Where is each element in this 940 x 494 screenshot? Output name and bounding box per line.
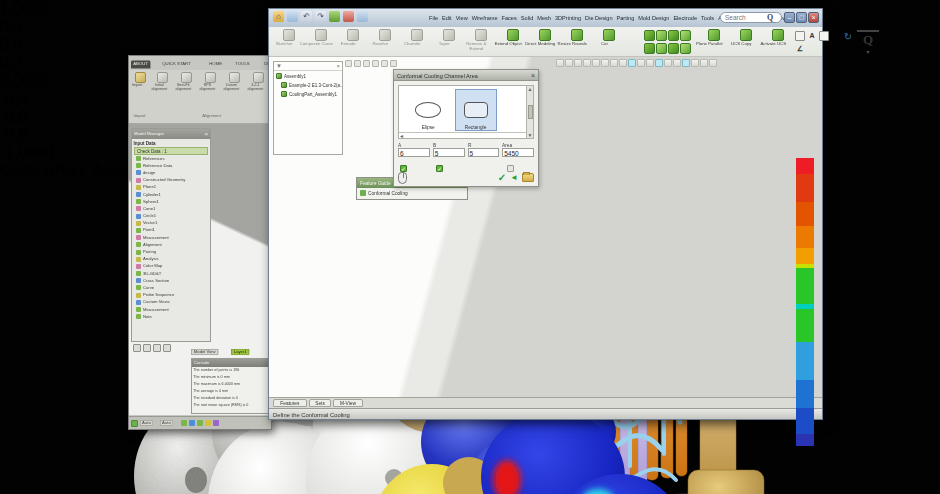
status-tool-icon[interactable] — [213, 420, 219, 426]
mini-tool-icon[interactable] — [390, 60, 397, 67]
model-tree-item[interactable]: Cross Section — [132, 277, 210, 284]
mini-tool-icon[interactable] — [691, 59, 699, 67]
mini-tool-icon[interactable] — [565, 59, 573, 67]
model-tree-item[interactable]: Pairing — [132, 248, 210, 255]
ok-button[interactable]: ✓ — [498, 172, 506, 183]
scroll-thumb[interactable] — [528, 105, 533, 119]
view-tool-icon[interactable] — [153, 344, 161, 352]
model-tree-item[interactable]: Measurement — [132, 306, 210, 313]
mini-tool-icon[interactable] — [372, 60, 379, 67]
model-tree-item[interactable]: Plane1 — [132, 184, 210, 191]
mini-tool-icon[interactable] — [574, 59, 582, 67]
save-icon[interactable] — [287, 11, 298, 22]
apply-arrow-button[interactable]: ◄ — [510, 173, 518, 182]
search-icon[interactable]: Q — [767, 14, 773, 22]
scroll-left-icon[interactable]: ◄ — [399, 133, 404, 139]
document-tab[interactable]: Features — [273, 399, 307, 407]
datum-tool-icon[interactable] — [819, 31, 829, 41]
minimize-button[interactable]: – — [784, 12, 795, 23]
close-icon[interactable]: × — [336, 63, 340, 69]
view-tool-icon[interactable] — [143, 344, 151, 352]
mini-tool-icon[interactable] — [363, 60, 370, 67]
document-tab[interactable]: Sets — [309, 399, 331, 407]
redo-icon[interactable]: ↷ — [315, 11, 326, 22]
feature-guide-entry[interactable]: Conformal Cooling — [357, 188, 467, 198]
check-data-item[interactable]: Check Data : 1 — [134, 147, 208, 155]
model-tree-item[interactable]: Circle1 — [132, 213, 210, 220]
model-tree-item[interactable]: Color Map — [132, 263, 210, 270]
menu-item[interactable]: Edit — [442, 15, 452, 21]
menu-item[interactable]: Faces — [502, 15, 517, 21]
settings-icon[interactable] — [357, 11, 368, 22]
mini-tool-icon[interactable] — [381, 60, 388, 67]
inspection-ribbon-tab[interactable]: HOME — [207, 61, 224, 69]
model-tree-item[interactable]: Measurement — [132, 234, 210, 241]
model-tree-item[interactable]: References — [132, 155, 210, 162]
mini-tool-icon[interactable] — [646, 59, 654, 67]
mini-tool-icon[interactable] — [354, 60, 361, 67]
assembly-root-item[interactable]: Assembly1 — [274, 71, 342, 80]
inspection-ribbon-tab[interactable]: QUICK START — [160, 61, 193, 69]
view-tab[interactable]: Layer1 — [231, 349, 249, 355]
auto-dropdown[interactable]: Auto — [140, 420, 153, 426]
menu-item[interactable]: Die Design — [585, 15, 612, 21]
mini-tool-icon[interactable] — [655, 59, 663, 67]
mini-tool-icon[interactable] — [601, 59, 609, 67]
mini-tool-icon[interactable] — [709, 59, 717, 67]
menu-item[interactable]: Electrode — [673, 15, 697, 21]
ribbon-button[interactable]: Cut — [593, 29, 624, 48]
feature-tool-icon[interactable] — [644, 43, 655, 54]
status-tool-icon[interactable] — [205, 420, 211, 426]
status-tool-icon[interactable] — [237, 420, 243, 426]
mini-tool-icon[interactable] — [619, 59, 627, 67]
menu-item[interactable]: 3DPrinting — [555, 15, 581, 21]
status-tool-icon[interactable] — [189, 420, 195, 426]
menu-item[interactable]: Parting — [617, 15, 635, 21]
model-tree-item[interactable]: Reference Data — [132, 162, 210, 169]
inspection-ribbon-tab[interactable]: TOOLS — [233, 61, 252, 69]
status-tool-icon[interactable] — [181, 420, 187, 426]
feature-tool-icon[interactable] — [668, 30, 679, 41]
scroll-up-icon[interactable]: ▲ — [528, 86, 533, 92]
assembly-tree-item[interactable]: Example-2 E1.3-Cont-2(a... — [274, 80, 342, 89]
maximize-button[interactable]: □ — [796, 12, 807, 23]
mini-tool-icon[interactable] — [637, 59, 645, 67]
shape-option-ellipse[interactable]: Elipse — [407, 89, 449, 131]
history-icon[interactable]: ↻ — [841, 31, 855, 45]
model-tree-item[interactable]: Cone1 — [132, 205, 210, 212]
text-tool-icon[interactable]: A — [807, 31, 817, 41]
model-tree-item[interactable]: Curve — [132, 284, 210, 291]
search-box[interactable]: Q — [720, 12, 782, 23]
document-tab[interactable]: M-View — [333, 399, 363, 407]
auto-dropdown[interactable]: Auto — [160, 420, 173, 426]
model-tree-item[interactable]: Alignment — [132, 241, 210, 248]
vertical-scrollbar[interactable]: ▲ ▼ — [526, 86, 533, 138]
view-tool-icon[interactable] — [163, 344, 171, 352]
close-icon[interactable]: × — [531, 72, 535, 79]
menu-item[interactable]: Tools — [701, 15, 714, 21]
feature-tool-icon[interactable] — [668, 43, 679, 54]
field-input-area[interactable]: 5450 — [502, 148, 534, 157]
model-tree-item[interactable]: Point1 — [132, 227, 210, 234]
mini-tool-icon[interactable] — [628, 59, 636, 67]
field-input-b[interactable]: 5 — [433, 148, 465, 157]
zoom-search-tool[interactable]: Q ▾ — [857, 30, 879, 55]
mini-tool-icon[interactable] — [664, 59, 672, 67]
search-input[interactable] — [723, 13, 767, 22]
magnifier-icon[interactable]: Q — [857, 30, 879, 48]
funnel-icon[interactable]: ▼ — [276, 63, 282, 69]
angle-dimension-icon[interactable]: ∠ — [795, 44, 805, 54]
field-input-r[interactable]: 5 — [468, 148, 500, 157]
shape-option-rectangle[interactable]: Rectangle — [455, 89, 497, 131]
model-tree-item[interactable]: design — [132, 169, 210, 176]
ribbon-button[interactable]: Activate UCS — [762, 29, 793, 55]
cad-viewport[interactable] — [269, 57, 822, 397]
model-tree-item[interactable]: Cylinder1 — [132, 191, 210, 198]
mini-tool-icon[interactable] — [345, 60, 352, 67]
mini-tool-icon[interactable] — [583, 59, 591, 67]
model-tree-item[interactable]: Constructed Geometry — [132, 177, 210, 184]
status-tool-icon[interactable] — [221, 420, 227, 426]
view-tool-icon[interactable] — [133, 344, 141, 352]
menu-item[interactable]: Mesh — [537, 15, 551, 21]
feature-tool-icon[interactable] — [680, 30, 691, 41]
